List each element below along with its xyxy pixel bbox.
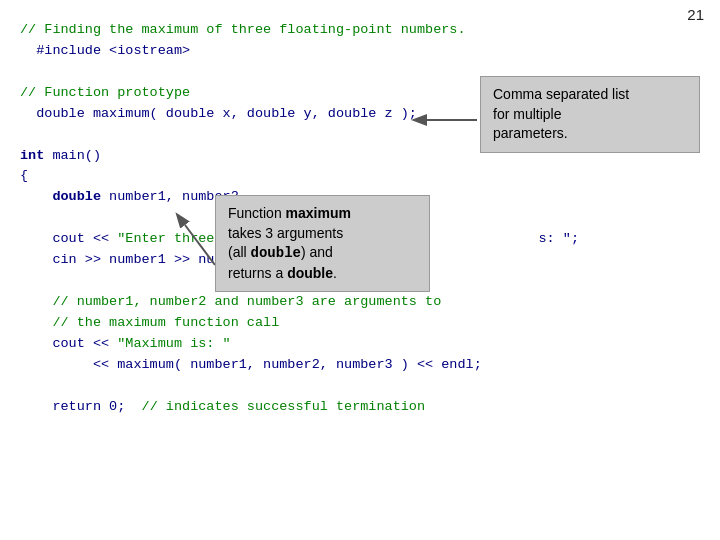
tooltip1-line1: Comma separated list bbox=[493, 86, 629, 102]
tooltip1-line3: parameters. bbox=[493, 125, 568, 141]
code-line-16: cout << "Maximum is: " bbox=[20, 334, 700, 355]
code-line-17: << maximum( number1, number2, number3 ) … bbox=[20, 355, 700, 376]
kw-int: int bbox=[20, 148, 44, 163]
tooltip2-mono1: double bbox=[251, 245, 301, 261]
content-area: // Finding the maximum of three floating… bbox=[20, 20, 700, 530]
tooltip2-text5: returns a bbox=[228, 265, 287, 281]
code-text-clipped: z ); bbox=[376, 106, 417, 121]
tooltip2-text2: takes 3 arguments bbox=[228, 225, 343, 241]
code-text: cout << bbox=[20, 336, 117, 351]
code-text bbox=[20, 189, 52, 204]
code-line-8: { bbox=[20, 166, 700, 187]
code-line-2: #include <iostream> bbox=[20, 41, 700, 62]
tooltip2-text6: . bbox=[333, 265, 337, 281]
string-2: "Maximum is: " bbox=[117, 336, 230, 351]
tooltip2-text4: ) and bbox=[301, 244, 333, 260]
tooltip1-line2: for multiple bbox=[493, 106, 561, 122]
tooltip-function-maximum: Function maximum takes 3 arguments (all … bbox=[215, 195, 430, 292]
code-text: ; bbox=[571, 231, 579, 246]
arrow1-svg bbox=[422, 110, 482, 150]
tooltip2-bold2: double bbox=[287, 265, 333, 281]
code-text: double maximum( double x, double y, doub… bbox=[20, 106, 376, 121]
code-text: main() bbox=[44, 148, 101, 163]
code-text: cout << bbox=[20, 231, 117, 246]
code-line-15: // the maximum function call bbox=[20, 313, 700, 334]
arrow2-svg bbox=[180, 220, 220, 270]
tooltip2-text1: Function bbox=[228, 205, 286, 221]
code-text: return 0; bbox=[20, 399, 142, 414]
tooltip-comma-separated: Comma separated list for multiple parame… bbox=[480, 76, 700, 153]
kw-double1: double bbox=[52, 189, 101, 204]
svg-line-3 bbox=[185, 225, 215, 265]
code-line-14: // number1, number2 and number3 are argu… bbox=[20, 292, 700, 313]
comment-return: // indicates successful termination bbox=[142, 399, 426, 414]
code-line-18 bbox=[20, 376, 700, 397]
tooltip2-text3: (all bbox=[228, 244, 251, 260]
tooltip2-bold1: maximum bbox=[286, 205, 351, 221]
code-line-1: // Finding the maximum of three floating… bbox=[20, 20, 700, 41]
code-line-19: return 0; // indicates successful termin… bbox=[20, 397, 700, 418]
